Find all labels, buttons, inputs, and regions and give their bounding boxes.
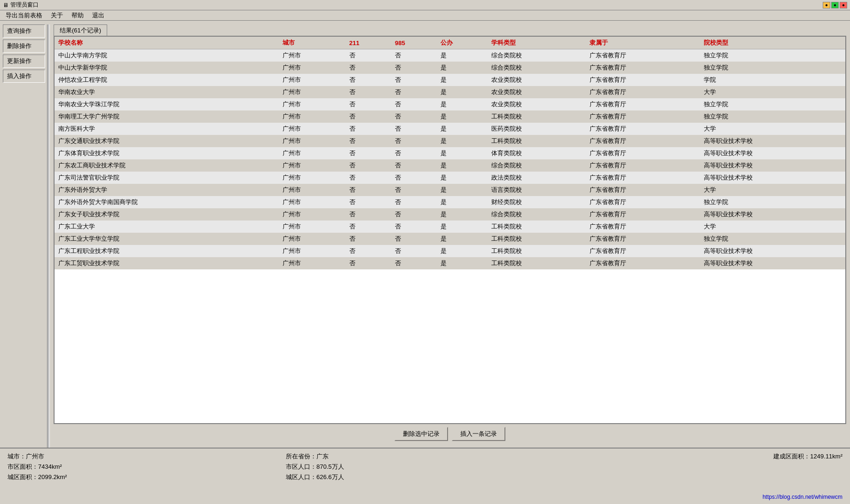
table-row[interactable]: 广东司法警官职业学院广州市否否是政法类院校广东省教育厅高等职业技术学校 bbox=[55, 172, 845, 184]
minimize-button[interactable]: ● bbox=[823, 2, 830, 8]
table-cell: 高等职业技术学校 bbox=[700, 245, 845, 257]
delete-button[interactable]: 删除操作 bbox=[3, 39, 45, 53]
table-row[interactable]: 广东体育职业技术学院广州市否否是体育类院校广东省教育厅高等职业技术学校 bbox=[55, 147, 845, 159]
col-city: 城市 bbox=[279, 37, 346, 49]
menu-export[interactable]: 导出当前表格 bbox=[2, 10, 46, 21]
col-subject: 学科类型 bbox=[488, 37, 586, 49]
table-cell: 否 bbox=[391, 86, 437, 98]
results-tab[interactable]: 结果(61个记录) bbox=[54, 24, 846, 36]
table-cell: 广东工业大学 bbox=[55, 220, 279, 233]
table-cell: 医药类院校 bbox=[488, 123, 586, 135]
table-cell: 广州市 bbox=[279, 147, 346, 159]
table-row[interactable]: 广东工业大学广州市否否是工科类院校广东省教育厅大学 bbox=[55, 220, 845, 233]
table-row[interactable]: 广东工贸职业技术学院广州市否否是工科类院校广东省教育厅高等职业技术学校 bbox=[55, 257, 845, 269]
update-button[interactable]: 更新操作 bbox=[3, 55, 45, 68]
table-cell: 是 bbox=[437, 74, 488, 86]
status-col-middle: 所在省份：广东 市区人口：870.5万人 城区人口：626.6万人 bbox=[286, 452, 564, 500]
table-cell: 否 bbox=[346, 257, 391, 269]
menu-bar: 导出当前表格 关于 帮助 退出 bbox=[0, 10, 850, 21]
results-tab-label[interactable]: 结果(61个记录) bbox=[54, 24, 107, 36]
insert-button[interactable]: 插入操作 bbox=[3, 70, 45, 83]
table-cell: 否 bbox=[346, 62, 391, 74]
col-type: 院校类型 bbox=[700, 37, 845, 49]
query-button[interactable]: 查询操作 bbox=[3, 24, 45, 38]
table-cell: 广东省教育厅 bbox=[586, 245, 700, 257]
table-cell: 语言类院校 bbox=[488, 184, 586, 196]
table-cell: 独立学院 bbox=[700, 98, 845, 110]
col-school: 学校名称 bbox=[55, 37, 279, 49]
delete-selected-button[interactable]: 删除选中记录 bbox=[394, 427, 448, 441]
table-cell: 广州市 bbox=[279, 245, 346, 257]
table-cell: 否 bbox=[391, 233, 437, 245]
table-cell: 工科类院校 bbox=[488, 233, 586, 245]
website-link[interactable]: https://blog.csdn.net/whimewcm bbox=[763, 494, 842, 500]
table-cell: 广东工业大学华立学院 bbox=[55, 233, 279, 245]
table-cell: 否 bbox=[391, 123, 437, 135]
table-cell: 广州市 bbox=[279, 172, 346, 184]
table-cell: 是 bbox=[437, 49, 488, 62]
table-cell: 独立学院 bbox=[700, 49, 845, 62]
table-scroll[interactable]: 学校名称 城市 211 985 公办 学科类型 隶属于 院校类型 中山大学南方学… bbox=[55, 37, 845, 423]
table-row[interactable]: 华南理工大学广州学院广州市否否是工科类院校广东省教育厅独立学院 bbox=[55, 110, 845, 123]
table-row[interactable]: 南方医科大学广州市否否是医药类院校广东省教育厅大学 bbox=[55, 123, 845, 135]
table-cell: 否 bbox=[346, 184, 391, 196]
table-row[interactable]: 广东外语外贸大学广州市否否是语言类院校广东省教育厅大学 bbox=[55, 184, 845, 196]
table-cell: 大学 bbox=[700, 184, 845, 196]
table-cell: 广州市 bbox=[279, 49, 346, 62]
table-cell: 是 bbox=[437, 257, 488, 269]
menu-help[interactable]: 帮助 bbox=[68, 10, 87, 21]
table-row[interactable]: 广东女子职业技术学院广州市否否是综合类院校广东省教育厅高等职业技术学校 bbox=[55, 208, 845, 220]
table-cell: 是 bbox=[437, 220, 488, 233]
table-cell: 否 bbox=[391, 74, 437, 86]
table-cell: 否 bbox=[391, 172, 437, 184]
table-cell: 广东农工商职业技术学院 bbox=[55, 159, 279, 172]
table-cell: 否 bbox=[346, 49, 391, 62]
table-row[interactable]: 中山大学南方学院广州市否否是综合类院校广东省教育厅独立学院 bbox=[55, 49, 845, 62]
table-cell: 大学 bbox=[700, 220, 845, 233]
table-row[interactable]: 广东农工商职业技术学院广州市否否是综合类院校广东省教育厅高等职业技术学校 bbox=[55, 159, 845, 172]
table-cell: 广州市 bbox=[279, 233, 346, 245]
table-cell: 综合类院校 bbox=[488, 49, 586, 62]
insert-record-button[interactable]: 插入一条记录 bbox=[452, 427, 505, 441]
close-button[interactable]: ● bbox=[840, 2, 847, 8]
table-cell: 独立学院 bbox=[700, 233, 845, 245]
table-row[interactable]: 广东工程职业技术学院广州市否否是工科类院校广东省教育厅高等职业技术学校 bbox=[55, 245, 845, 257]
table-cell: 广东工贸职业技术学院 bbox=[55, 257, 279, 269]
status-pop-city: 市区人口：870.5万人 bbox=[286, 463, 564, 471]
table-cell: 独立学院 bbox=[700, 62, 845, 74]
table-cell: 大学 bbox=[700, 123, 845, 135]
status-bar-wrapper: 城市：广州市 市区面积：7434km² 城区面积：2099.2km² 所在省份：… bbox=[0, 448, 850, 504]
table-row[interactable]: 中山大学新华学院广州市否否是综合类院校广东省教育厅独立学院 bbox=[55, 62, 845, 74]
table-cell: 是 bbox=[437, 98, 488, 110]
table-cell: 广州市 bbox=[279, 159, 346, 172]
table-cell: 否 bbox=[391, 220, 437, 233]
table-cell: 否 bbox=[346, 123, 391, 135]
table-cell: 是 bbox=[437, 110, 488, 123]
table-row[interactable]: 广东工业大学华立学院广州市否否是工科类院校广东省教育厅独立学院 bbox=[55, 233, 845, 245]
table-cell: 否 bbox=[346, 147, 391, 159]
table-header-row: 学校名称 城市 211 985 公办 学科类型 隶属于 院校类型 bbox=[55, 37, 845, 49]
menu-exit[interactable]: 退出 bbox=[88, 10, 108, 21]
table-row[interactable]: 仲恺农业工程学院广州市否否是农业类院校广东省教育厅学院 bbox=[55, 74, 845, 86]
table-cell: 否 bbox=[391, 159, 437, 172]
table-cell: 广东省教育厅 bbox=[586, 110, 700, 123]
table-cell: 广州市 bbox=[279, 62, 346, 74]
table-row[interactable]: 华南农业大学珠江学院广州市否否是农业类院校广东省教育厅独立学院 bbox=[55, 98, 845, 110]
table-cell: 否 bbox=[391, 208, 437, 220]
table-cell: 广东省教育厅 bbox=[586, 135, 700, 147]
table-cell: 是 bbox=[437, 172, 488, 184]
col-affiliation: 隶属于 bbox=[586, 37, 700, 49]
table-cell: 否 bbox=[391, 245, 437, 257]
table-cell: 广东省教育厅 bbox=[586, 196, 700, 208]
table-cell: 华南农业大学 bbox=[55, 86, 279, 98]
table-row[interactable]: 广东交通职业技术学院广州市否否是工科类院校广东省教育厅高等职业技术学校 bbox=[55, 135, 845, 147]
table-row[interactable]: 广东外语外贸大学南国商学院广州市否否是财经类院校广东省教育厅独立学院 bbox=[55, 196, 845, 208]
table-cell: 是 bbox=[437, 184, 488, 196]
table-cell: 高等职业技术学校 bbox=[700, 208, 845, 220]
maximize-button[interactable]: ● bbox=[831, 2, 839, 8]
table-cell: 广东省教育厅 bbox=[586, 123, 700, 135]
menu-about[interactable]: 关于 bbox=[47, 10, 67, 21]
col-211: 211 bbox=[346, 37, 391, 49]
table-row[interactable]: 华南农业大学广州市否否是农业类院校广东省教育厅大学 bbox=[55, 86, 845, 98]
table-cell: 广东省教育厅 bbox=[586, 159, 700, 172]
